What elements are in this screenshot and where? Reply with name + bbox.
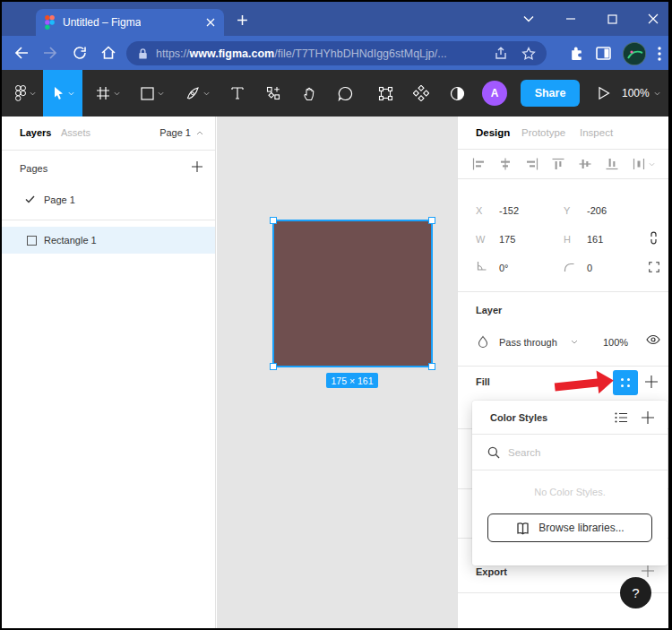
distribute-menu[interactable] xyxy=(632,157,655,171)
comment-bubble-icon xyxy=(338,86,353,101)
constrain-proportions-icon[interactable] xyxy=(648,230,659,246)
browser-profile-avatar[interactable] xyxy=(623,42,646,65)
resize-handle-sw[interactable] xyxy=(270,363,277,370)
help-button[interactable]: ? xyxy=(620,577,651,608)
edit-object-button[interactable] xyxy=(367,70,403,117)
align-right-icon[interactable] xyxy=(525,157,539,171)
add-page-button[interactable] xyxy=(191,160,203,173)
main-menu-button[interactable] xyxy=(7,70,43,117)
color-styles-popup: Color Styles No Color Styles. xyxy=(472,401,668,565)
align-vertical-center-icon[interactable] xyxy=(578,157,592,171)
h-input[interactable]: 161 xyxy=(587,234,603,245)
browser-titlebar: Untitled – Figma xyxy=(2,2,668,36)
page-selector[interactable]: Page 1 xyxy=(159,127,203,138)
x-input[interactable]: -152 xyxy=(499,205,519,216)
chevron-down-icon xyxy=(158,91,164,96)
align-top-icon[interactable] xyxy=(551,157,565,171)
align-left-icon[interactable] xyxy=(471,157,486,171)
chevron-down-icon[interactable] xyxy=(571,340,578,344)
address-bar[interactable]: https://www.figma.com/file/T7THYhbDHNdIg… xyxy=(126,41,547,65)
w-input[interactable]: 175 xyxy=(499,234,515,245)
style-grid-icon xyxy=(621,378,630,387)
tab-assets[interactable]: Assets xyxy=(61,127,90,138)
user-avatar[interactable]: A xyxy=(482,81,507,106)
fill-section-title: Fill xyxy=(476,376,490,387)
mask-button[interactable] xyxy=(439,70,475,117)
browse-libraries-button[interactable]: Browse libraries... xyxy=(487,513,652,542)
y-input[interactable]: -206 xyxy=(587,205,607,216)
y-label: Y xyxy=(564,205,570,216)
comment-tool-button[interactable] xyxy=(328,70,362,117)
blend-mode-select[interactable]: Pass through xyxy=(499,337,557,348)
browser-window: Untitled – Figma xyxy=(0,0,672,630)
resize-handle-ne[interactable] xyxy=(428,217,435,224)
tab-layers[interactable]: Layers xyxy=(20,127,51,138)
close-window-button[interactable] xyxy=(638,2,668,36)
blend-mode-icon xyxy=(478,335,488,349)
reload-icon[interactable] xyxy=(72,45,88,61)
resize-handle-nw[interactable] xyxy=(270,217,277,224)
home-icon[interactable] xyxy=(100,45,116,61)
check-icon xyxy=(25,195,35,203)
opacity-input[interactable]: 100% xyxy=(603,337,628,348)
side-panel-icon[interactable] xyxy=(596,47,611,60)
x-label: X xyxy=(476,205,482,216)
style-list-view-icon[interactable] xyxy=(614,410,628,425)
bookmark-star-icon[interactable] xyxy=(521,47,536,61)
extensions-puzzle-icon[interactable] xyxy=(569,46,584,61)
tab-prototype[interactable]: Prototype xyxy=(521,127,565,138)
visibility-eye-icon[interactable] xyxy=(646,334,660,345)
figma-favicon-icon xyxy=(45,15,55,30)
zoom-menu[interactable]: 100% xyxy=(622,70,660,117)
tab-design[interactable]: Design xyxy=(476,127,510,138)
frame-tool-button[interactable] xyxy=(86,70,129,117)
back-icon[interactable] xyxy=(13,45,30,61)
fill-style-button[interactable] xyxy=(613,370,638,395)
rotation-input[interactable]: 0° xyxy=(499,263,509,273)
rectangle-layer-icon xyxy=(27,236,37,246)
hand-tool-button[interactable] xyxy=(292,70,326,117)
style-search-input[interactable] xyxy=(508,447,633,458)
selection-size-badge: 175 × 161 xyxy=(326,373,378,388)
shape-tool-button[interactable] xyxy=(131,70,174,117)
selected-rectangle[interactable] xyxy=(272,220,433,367)
tab-inspect[interactable]: Inspect xyxy=(580,127,613,138)
style-search-row[interactable] xyxy=(472,435,668,470)
new-tab-button[interactable] xyxy=(237,14,248,26)
play-icon xyxy=(598,86,610,100)
chevron-down-icon xyxy=(114,91,120,96)
app-content: Layers Assets Page 1 Pages Page 1 R xyxy=(2,117,668,628)
page-list-item[interactable]: Page 1 xyxy=(2,187,215,212)
forward-icon[interactable] xyxy=(42,45,58,61)
share-button[interactable]: Share xyxy=(521,80,580,107)
minimize-button[interactable] xyxy=(556,2,586,36)
resources-tool-button[interactable] xyxy=(256,70,290,117)
share-page-icon[interactable] xyxy=(494,47,508,61)
variants-button[interactable] xyxy=(403,70,439,117)
help-question-mark: ? xyxy=(632,585,639,600)
browser-menu-icon[interactable] xyxy=(658,47,661,61)
resize-handle-se[interactable] xyxy=(428,363,435,370)
canvas[interactable]: 175 × 161 xyxy=(217,117,457,628)
move-tool-button[interactable] xyxy=(43,70,82,117)
add-style-button[interactable] xyxy=(641,410,655,425)
maximize-button[interactable] xyxy=(597,2,627,36)
align-bottom-icon[interactable] xyxy=(605,157,619,171)
lock-icon[interactable] xyxy=(137,47,149,60)
independent-corners-icon[interactable] xyxy=(648,261,660,273)
browser-navbar: https://www.figma.com/file/T7THYhbDHNdIg… xyxy=(2,36,668,70)
layer-list-item-rectangle[interactable]: Rectangle 1 xyxy=(2,227,215,254)
pen-tool-button[interactable] xyxy=(176,70,219,117)
present-button[interactable] xyxy=(586,70,622,117)
tab-search-chevron-icon[interactable] xyxy=(513,2,544,36)
align-horizontal-center-icon[interactable] xyxy=(498,157,513,171)
text-tool-button[interactable] xyxy=(220,70,254,117)
corner-radius-input[interactable]: 0 xyxy=(587,263,592,273)
frame-icon xyxy=(96,86,110,100)
figma-toolbar: A Share 100% xyxy=(2,70,668,117)
url-text[interactable]: https://www.figma.com/file/T7THYhbDHNdIg… xyxy=(156,47,447,60)
tab-close-icon[interactable] xyxy=(206,18,215,27)
add-fill-button[interactable] xyxy=(644,375,659,389)
add-export-button[interactable] xyxy=(641,564,655,578)
browser-tab[interactable]: Untitled – Figma xyxy=(36,9,224,36)
